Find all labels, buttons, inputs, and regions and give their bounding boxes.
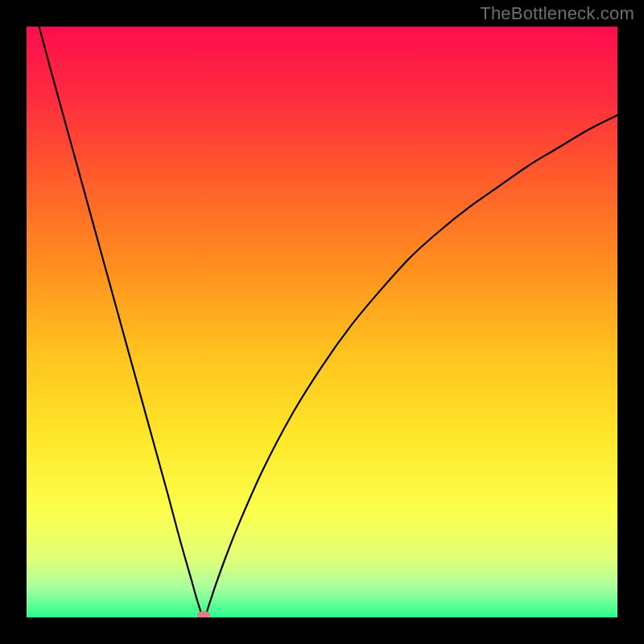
chart-frame: TheBottleneck.com <box>0 0 644 644</box>
gradient-background <box>27 27 617 617</box>
watermark: TheBottleneck.com <box>480 3 634 24</box>
plot-area <box>27 27 617 617</box>
chart-svg <box>27 27 617 617</box>
